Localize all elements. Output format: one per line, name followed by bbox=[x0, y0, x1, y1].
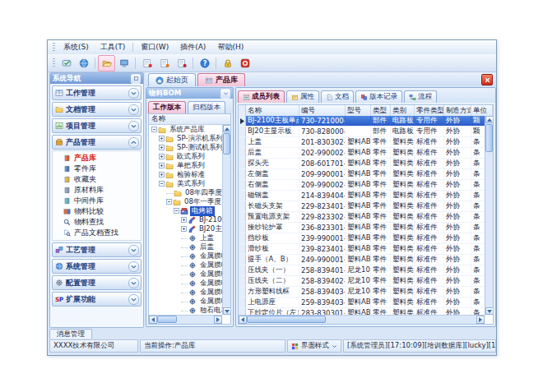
table-row[interactable]: 后盖202-990002-01X塑料ABS零件塑料类标准件外协条 bbox=[239, 148, 485, 159]
scroll-up-icon[interactable] bbox=[485, 116, 494, 123]
tree-node-7[interactable]: 08年四季度 bbox=[150, 188, 222, 197]
expand-icon[interactable] bbox=[159, 172, 165, 178]
menu-item-4[interactable]: 帮助(H) bbox=[211, 40, 249, 54]
sidebar-group-6[interactable]: 配置管理 bbox=[52, 275, 142, 290]
pin-icon[interactable] bbox=[131, 74, 141, 84]
tree-node-15[interactable]: 金属膜电阻器 bbox=[150, 261, 222, 270]
chevron-down-icon[interactable] bbox=[128, 88, 139, 99]
sidebar-item-3[interactable]: 原材料库 bbox=[53, 185, 141, 196]
tree-node-14[interactable]: 金属膜电阻器 bbox=[150, 251, 222, 261]
menu-item-0[interactable]: 系统(S) bbox=[58, 40, 95, 54]
detail-tab-0[interactable]: 成员列表 bbox=[238, 90, 285, 103]
tree-horizontal-scrollbar[interactable] bbox=[149, 315, 222, 324]
close-tab-button[interactable] bbox=[481, 74, 493, 85]
table-row[interactable]: 预置电源支架229-823302-00X塑料ABS零件塑料类标准件外协条 bbox=[239, 212, 485, 223]
tree-node-0[interactable]: 系统产品库 bbox=[150, 125, 222, 134]
message-tab[interactable]: 消息管理 bbox=[49, 329, 92, 339]
chevron-down-icon[interactable] bbox=[128, 278, 139, 288]
menu-item-2[interactable]: 窗口(W) bbox=[135, 40, 174, 54]
table-row[interactable]: 压线夹（一）258-839401-00X尼龙1010零件塑料类标准件外协条 bbox=[239, 265, 485, 276]
column-header-5[interactable]: 零件类型 bbox=[415, 105, 444, 116]
sidebar-item-6[interactable]: 物料查找 bbox=[53, 217, 141, 228]
toolbar-button-desktop-icon[interactable] bbox=[115, 55, 132, 71]
tree-node-4[interactable]: 单把系列 bbox=[150, 161, 222, 170]
tree-node-9[interactable]: 电烤箱 bbox=[150, 206, 222, 215]
sidebar-item-2[interactable]: 收藏夹 bbox=[53, 174, 141, 185]
bom-tab-0[interactable]: 工作版本 bbox=[148, 101, 186, 113]
scroll-up-icon[interactable] bbox=[223, 125, 231, 132]
table-vertical-scrollbar[interactable] bbox=[485, 116, 493, 315]
tree-node-8[interactable]: 08年一季度 bbox=[150, 197, 222, 206]
drag-grip[interactable] bbox=[53, 58, 55, 67]
tree-vertical-scrollbar[interactable] bbox=[222, 125, 230, 315]
interface-style-button[interactable]: 界面样式 bbox=[287, 339, 341, 353]
sidebar-group-1[interactable]: 文档管理 bbox=[52, 102, 142, 117]
tree-column-header[interactable]: 名称 bbox=[149, 114, 230, 125]
tree-node-11[interactable]: BJ20主显示板 bbox=[150, 224, 222, 233]
tree-vscroll-thumb[interactable] bbox=[223, 133, 230, 154]
document-tab-1[interactable]: 产品库 bbox=[197, 73, 245, 86]
tree-node-10[interactable]: BJ-2100主板单点 bbox=[150, 215, 222, 224]
sidebar-item-0[interactable]: 产品库 bbox=[53, 153, 141, 164]
sidebar-item-1[interactable]: 零件库 bbox=[53, 164, 141, 174]
menu-item-1[interactable]: 工具(T) bbox=[95, 40, 132, 54]
scroll-down-icon[interactable] bbox=[485, 307, 494, 315]
toolbar-button-form-new-icon[interactable] bbox=[138, 55, 155, 71]
column-header-3[interactable]: 类型 bbox=[371, 105, 391, 116]
sidebar-item-7[interactable]: 产品文档查找 bbox=[53, 228, 141, 238]
tree-node-5[interactable]: 检验标准 bbox=[150, 170, 222, 179]
table-row[interactable]: 接纱轮护罩236-823301-00X塑料ABS零件塑料类标准件外协条 bbox=[239, 223, 485, 233]
panel-collapse-icon[interactable] bbox=[220, 89, 230, 99]
expand-icon[interactable] bbox=[181, 226, 187, 232]
collapse-icon[interactable] bbox=[166, 199, 172, 205]
scroll-right-icon[interactable] bbox=[214, 316, 222, 324]
toolbar-button-open-folder-icon[interactable] bbox=[98, 55, 115, 71]
tree-node-19[interactable]: 金属膜电阻器 bbox=[150, 297, 222, 306]
tree-node-20[interactable]: 独石电容器 bbox=[150, 306, 222, 314]
collapse-icon[interactable] bbox=[159, 181, 165, 187]
table-row[interactable]: 提手（A、B）249-990001-01X塑料ABS零件塑料类标准件外协条 bbox=[239, 255, 485, 265]
table-row[interactable]: 上盖201-830302-00X塑料ABS零件塑料类标准件外协条 bbox=[239, 137, 485, 148]
detail-tab-1[interactable]: 属性 bbox=[286, 90, 319, 103]
sidebar-group-4[interactable]: 工艺管理 bbox=[52, 242, 142, 257]
table-row[interactable]: 上电源座259-839403-00X塑料ABS零件塑料类标准件外协条 bbox=[239, 297, 485, 308]
collapse-icon[interactable] bbox=[174, 208, 179, 214]
toolbar-button-form-delete-icon[interactable] bbox=[173, 55, 190, 71]
expand-icon[interactable] bbox=[159, 145, 165, 150]
expand-icon[interactable] bbox=[159, 163, 165, 168]
column-header-2[interactable]: 型号 bbox=[346, 105, 371, 116]
table-row[interactable]: 探头壳208-601701-01X塑料ABS零件塑料类标准件外协条 bbox=[239, 159, 485, 169]
table-row[interactable]: 磁钢盖214-839404-01X塑料ABS零件塑料类标准件外协条 bbox=[239, 191, 485, 201]
table-row[interactable]: 右侧盖209-990002-01X塑料ABS零件塑料类标准件外协条 bbox=[239, 180, 485, 191]
tree-node-17[interactable]: 金属膜电阻器 bbox=[150, 279, 222, 288]
toolbar-button-exit-icon[interactable] bbox=[236, 55, 253, 71]
column-header-0[interactable]: 名称 bbox=[246, 105, 299, 116]
column-header-1[interactable]: 编号 bbox=[299, 105, 346, 116]
table-row[interactable]: 挡纱板239-990001-01X塑料ABS零件塑料类标准件外协条 bbox=[239, 233, 485, 244]
document-tab-0[interactable]: 起始页 bbox=[148, 73, 196, 86]
toolbar-button-system-icon[interactable] bbox=[58, 55, 75, 71]
table-row[interactable]: BJ20主显示板730-828000-04X部件电路板专用件外协颗 bbox=[239, 127, 485, 137]
table-vscroll-thumb[interactable] bbox=[485, 124, 493, 152]
sidebar-group-2[interactable]: 项目管理 bbox=[52, 118, 142, 133]
tree-node-1[interactable]: SP-演示机系列 bbox=[150, 134, 222, 143]
tree-node-3[interactable]: 欧式系列 bbox=[150, 152, 222, 161]
tree-node-12[interactable]: 上盖 bbox=[150, 233, 222, 242]
sidebar-group-7[interactable]: SP扩展功能 bbox=[52, 292, 142, 307]
chevron-down-icon[interactable] bbox=[128, 104, 139, 115]
table-hscroll-thumb[interactable] bbox=[247, 316, 326, 323]
toolbar-button-form-edit-icon[interactable] bbox=[155, 55, 173, 71]
column-header-4[interactable]: 类别 bbox=[391, 105, 415, 116]
sidebar-item-5[interactable]: 物料比较 bbox=[53, 206, 141, 217]
toolbar-button-lock-icon[interactable] bbox=[219, 55, 236, 71]
scroll-left-icon[interactable] bbox=[149, 316, 157, 324]
table-row[interactable]: 滑纱板239-823401-00X塑料ABS零件塑料类标准件外协条 bbox=[239, 244, 485, 255]
detail-tab-4[interactable]: 流程 bbox=[404, 90, 437, 103]
sidebar-group-3[interactable]: 产品管理 bbox=[52, 135, 142, 150]
column-header-6[interactable]: 制造方式 bbox=[444, 105, 471, 116]
toolbar-button-web-icon[interactable] bbox=[75, 55, 92, 71]
table-row[interactable]: 左侧盖209-990001-01X塑料ABS零件塑料类标准件外协条 bbox=[239, 169, 485, 180]
collapse-icon[interactable] bbox=[151, 127, 157, 132]
tree-node-16[interactable]: 金属膜电阻器 bbox=[150, 270, 222, 279]
scroll-left-icon[interactable] bbox=[239, 316, 247, 324]
